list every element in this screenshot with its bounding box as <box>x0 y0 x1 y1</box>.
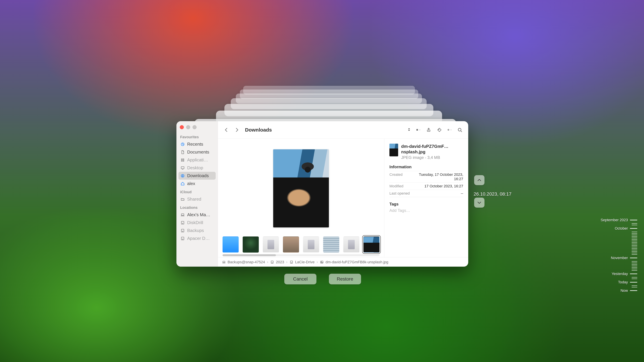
thumbnail-scrollbar[interactable] <box>222 254 380 256</box>
timeline-tick-icon <box>632 233 637 234</box>
timeline-marker[interactable]: Now <box>594 289 637 293</box>
path-segment[interactable]: dm-david-fuPZ7GmFB8k-unsplash.jpg <box>326 260 388 264</box>
tags-section-title: Tags <box>390 202 463 206</box>
sidebar-item-label: Downloads <box>187 173 209 178</box>
folder-icon <box>180 197 185 202</box>
timeline-tick-icon <box>632 285 637 286</box>
timeline-tick-icon <box>632 238 637 238</box>
timeline-marker[interactable]: September 2023 <box>594 218 637 222</box>
thumbnail-item[interactable] <box>303 237 319 253</box>
sidebar-item[interactable]: Alex's Ma… <box>178 211 216 219</box>
window-minimize-button[interactable] <box>186 125 190 129</box>
timeline-marker[interactable]: Yesterday <box>594 272 637 276</box>
timeline-tick-icon <box>632 279 637 279</box>
home-icon <box>180 181 185 186</box>
sidebar-item[interactable]: Apacer D… <box>178 234 216 242</box>
back-button[interactable] <box>222 126 230 134</box>
thumbnail-item-selected[interactable] <box>364 237 380 253</box>
sidebar-item[interactable]: Shared <box>178 195 216 203</box>
sidebar-item[interactable]: Documents <box>178 148 216 156</box>
info-row-value: 17 October 2023, 16:27 <box>424 184 463 188</box>
timeline-marker[interactable]: November <box>594 256 637 260</box>
sidebar-section-title: Favourites <box>178 134 216 140</box>
info-thumbnail <box>390 144 398 156</box>
sidebar-item-label: alex <box>187 181 195 186</box>
timeline-tick-icon <box>632 244 637 244</box>
timeline-tick-icon <box>632 253 637 253</box>
disk-icon <box>290 260 294 264</box>
sidebar-item[interactable]: DiskDrill <box>178 219 216 227</box>
sidebar-item[interactable]: Applicati… <box>178 156 216 164</box>
snapshot-newer-button[interactable] <box>474 198 484 207</box>
timeline-tick-icon <box>632 254 637 255</box>
apps-icon <box>180 158 185 163</box>
timeline-marker-label: October <box>615 226 628 231</box>
sidebar-item[interactable]: alex <box>178 180 216 188</box>
sidebar-item-label: Backups <box>187 228 204 233</box>
thumbnail-item[interactable] <box>222 237 239 253</box>
snapshot-older-button[interactable] <box>474 175 484 185</box>
preview-image[interactable] <box>273 149 329 227</box>
timeline-marker[interactable]: October <box>594 226 637 231</box>
thumbnail-item[interactable] <box>323 237 339 253</box>
sidebar-item[interactable]: Downloads <box>178 172 216 180</box>
info-row-key: Last opened <box>390 191 410 196</box>
sidebar-item[interactable]: Backups <box>178 227 216 234</box>
forward-button[interactable] <box>233 126 241 134</box>
timeline-tick-icon <box>630 228 637 229</box>
document-icon <box>180 150 185 155</box>
sidebar-item-label: DiskDrill <box>187 220 203 225</box>
timeline-tick-icon <box>632 269 637 269</box>
thumbnail-item[interactable] <box>263 237 279 253</box>
timeline-tick-icon <box>632 223 637 224</box>
timeline-tick-icon <box>630 282 637 283</box>
chevron-down-icon <box>477 200 482 205</box>
timeline-marker-label: November <box>611 256 628 260</box>
timeline-tick-icon <box>632 242 637 243</box>
timeline-marker-label: Today <box>618 280 628 284</box>
thumbnail-item[interactable] <box>343 237 360 253</box>
timeline-tick-icon <box>630 220 637 220</box>
sidebar-item[interactable]: Recents <box>178 140 216 148</box>
window-zoom-button[interactable] <box>192 125 196 129</box>
thumbnail-strip <box>218 235 384 254</box>
chevron-down-icon <box>419 128 420 132</box>
view-device-menu[interactable] <box>405 127 412 133</box>
info-subtitle: JPEG image - 3,4 MB <box>401 155 463 160</box>
window-close-button[interactable] <box>180 125 184 129</box>
info-row-value: -- <box>461 191 463 196</box>
view-options-menu[interactable] <box>415 128 422 132</box>
share-button[interactable] <box>425 126 432 134</box>
sidebar-item-label: Desktop <box>187 165 203 170</box>
thumbnail-item[interactable] <box>283 237 299 253</box>
finder-content: Downloads <box>218 121 468 267</box>
actions-menu[interactable] <box>446 128 453 132</box>
path-segment[interactable]: LaCie-Drive <box>295 260 314 264</box>
search-button[interactable] <box>456 126 464 134</box>
timeline-marker[interactable]: Today <box>594 280 637 284</box>
tags-input[interactable]: Add Tags… <box>390 208 463 213</box>
search-icon <box>457 127 463 133</box>
snapshot-timeline[interactable]: September 2023OctoberNovemberYesterdayTo… <box>594 218 637 293</box>
path-segment[interactable]: 2023 <box>276 260 284 264</box>
tags-button[interactable] <box>436 126 443 134</box>
share-icon <box>426 128 431 132</box>
timeline-marker-label: Yesterday <box>612 272 628 276</box>
cancel-button[interactable]: Cancel <box>284 274 316 284</box>
sort-arrows-icon <box>407 128 411 132</box>
restore-button[interactable]: Restore <box>329 274 361 284</box>
finder-sidebar: FavouritesRecentsDocumentsApplicati…Desk… <box>176 121 218 267</box>
thumbnail-item[interactable] <box>243 237 259 253</box>
timeline-tick-icon <box>632 245 637 246</box>
timeline-tick-icon <box>632 270 637 271</box>
timeline-tick-icon <box>632 266 637 266</box>
laptop-icon <box>180 212 185 217</box>
grid-icon <box>416 129 418 131</box>
path-segment[interactable]: Backups@snap-47524 <box>228 260 265 264</box>
finder-toolbar: Downloads <box>218 121 468 139</box>
disk-icon <box>180 220 185 225</box>
sidebar-item[interactable]: Desktop <box>178 164 216 172</box>
timeline-tick-icon <box>632 241 637 241</box>
timeline-tick-icon <box>632 247 637 247</box>
sidebar-item-label: Apacer D… <box>187 236 210 241</box>
